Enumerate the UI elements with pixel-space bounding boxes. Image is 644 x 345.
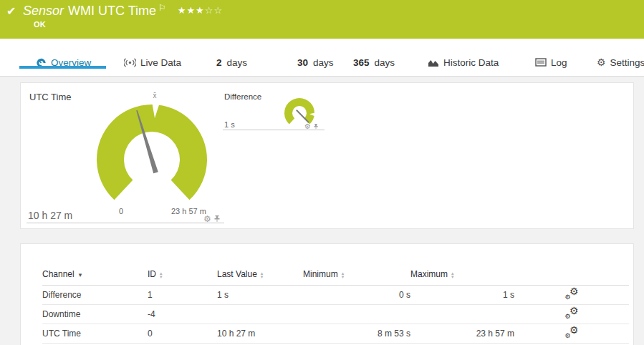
last-value-cell: 10 h 27 m (217, 324, 303, 343)
column-header-actions (514, 263, 629, 285)
column-header-id[interactable]: ID▴▾ (148, 263, 217, 285)
tab-label: days (313, 57, 334, 68)
table-row: Downtime -4 ⚙⚙ (42, 304, 629, 324)
secondary-gauge-title: Difference (224, 92, 261, 101)
maximum-cell (410, 304, 514, 324)
table-header-row: Channel▾ ID▴▾ Last Value▴▾ Minimum▴▾ Max… (42, 263, 629, 285)
maximum-cell: 1 s (410, 285, 514, 304)
sort-icon: ▴▾ (261, 271, 264, 278)
sort-icon: ▴▾ (342, 271, 345, 278)
tab-live-data[interactable]: Live Data (124, 54, 181, 71)
priority-flag-icon[interactable]: ⚐ (158, 3, 166, 13)
tab-365-days[interactable]: 365 days (353, 54, 395, 71)
column-header-minimum[interactable]: Minimum▴▾ (303, 263, 410, 285)
channel-settings-icon[interactable]: ⚙⚙ (565, 307, 579, 319)
last-value-cell (217, 304, 303, 324)
tab-30-days[interactable]: 30 days (297, 54, 334, 71)
tab-label: Live Data (140, 57, 181, 68)
sort-icon: ▴▾ (160, 271, 163, 278)
sensor-title-line: SensorWMI UTC Time⚐★★★☆☆ (23, 3, 223, 19)
secondary-gauge-divider (223, 130, 325, 130)
tab-2-days[interactable]: 2 days (216, 54, 247, 71)
sensor-title: WMI UTC Time (68, 4, 156, 18)
stars-empty[interactable]: ☆☆ (205, 5, 223, 16)
maximum-cell: 23 h 57 m (410, 324, 514, 343)
tab-bar: Overview Live Data 2 days 30 days 365 da… (0, 39, 644, 77)
sensor-header: ✔ SensorWMI UTC Time⚐★★★☆☆ OK (0, 0, 644, 39)
live-data-icon (124, 58, 136, 67)
sensor-status-badge: OK (34, 20, 46, 29)
channel-name-cell: UTC Time (42, 324, 148, 343)
column-header-channel[interactable]: Channel▾ (42, 263, 148, 285)
log-list-icon (535, 58, 547, 67)
mean-marker-label: x̄ (153, 92, 157, 99)
tab-label: Historic Data (443, 57, 499, 68)
stars-filled[interactable]: ★★★ (178, 5, 205, 16)
channel-name-cell: Downtime (42, 304, 148, 324)
primary-gauge-scale-max: 23 h 57 m (171, 207, 206, 215)
column-header-last-value[interactable]: Last Value▴▾ (217, 263, 303, 285)
sort-icon: ▴▾ (451, 271, 454, 278)
channel-id-cell: 1 (148, 285, 217, 304)
tab-number: 2 (216, 57, 222, 68)
priority-star-rating[interactable]: ★★★☆☆ (178, 5, 223, 16)
channels-card: Channel▾ ID▴▾ Last Value▴▾ Minimum▴▾ Max… (20, 243, 634, 345)
channels-table: Channel▾ ID▴▾ Last Value▴▾ Minimum▴▾ Max… (42, 263, 629, 344)
overview-gauges-card: UTC Time x̄ 0 23 h 57 m 10 h 27 m ⚙ Diff… (20, 82, 634, 229)
table-row: UTC Time 0 10 h 27 m 8 m 53 s 23 h 57 m … (42, 324, 629, 343)
primary-gauge-title: UTC Time (29, 92, 72, 102)
minimum-cell: 0 s (303, 285, 410, 304)
column-header-maximum[interactable]: Maximum▴▾ (410, 263, 514, 285)
tab-label: days (227, 57, 248, 68)
area-chart-icon (428, 58, 439, 67)
channel-name-cell: Difference (42, 285, 148, 304)
channel-settings-icon[interactable]: ⚙⚙ (565, 326, 579, 339)
tab-label: Log (551, 57, 567, 68)
channel-id-cell: -4 (148, 304, 217, 324)
primary-gauge-scale-min: 0 (114, 207, 128, 215)
pin-icon[interactable] (213, 215, 221, 223)
channel-settings-icon[interactable]: ⚙⚙ (565, 288, 579, 300)
content-area: UTC Time x̄ 0 23 h 57 m 10 h 27 m ⚙ Diff… (0, 77, 644, 345)
primary-gauge: x̄ (80, 84, 224, 228)
minimum-cell (303, 304, 410, 324)
primary-gauge-value: 10 h 27 m (28, 210, 72, 221)
minimum-cell: 8 m 53 s (303, 324, 410, 343)
tab-log[interactable]: Log (535, 54, 567, 71)
tab-historic-data[interactable]: Historic Data (428, 54, 499, 71)
primary-gauge-divider (27, 223, 224, 223)
table-row: Difference 1 1 s 0 s 1 s ⚙⚙ (42, 285, 629, 304)
sensor-kind-label: Sensor (23, 4, 64, 18)
last-value-cell: 1 s (217, 285, 303, 304)
secondary-gauge-value: 1 s (224, 120, 235, 129)
sort-desc-icon: ▾ (79, 271, 82, 278)
tab-number: 30 (297, 57, 308, 68)
tab-settings[interactable]: ⚙ Settings (597, 54, 644, 71)
status-check-icon: ✔ (6, 4, 16, 18)
tab-number: 365 (353, 57, 370, 68)
channel-id-cell: 0 (148, 324, 217, 343)
gear-icon: ⚙ (597, 57, 606, 67)
tab-label: days (375, 57, 395, 68)
tab-label: Settings (610, 57, 644, 68)
active-tab-indicator (19, 66, 106, 69)
